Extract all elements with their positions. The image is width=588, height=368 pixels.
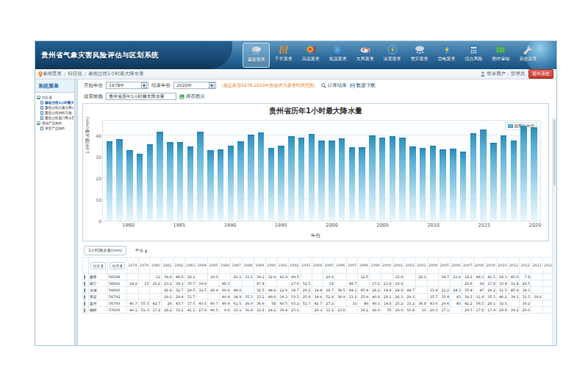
year-column-header[interactable]: 1986 [219, 258, 231, 274]
value-cell: 35.3 [243, 294, 254, 300]
tree-collapse-icon[interactable] [37, 96, 40, 99]
year-column-header[interactable]: 2001 [392, 258, 404, 274]
year-column-header[interactable]: 2006 [451, 258, 462, 274]
sidebar-item-3[interactable]: 暴雨过程日最大降水量 [37, 105, 74, 110]
year-column-header[interactable]: 1982 [173, 258, 184, 274]
value-cell: 35.5 [485, 294, 497, 300]
year-column-header[interactable]: 1985 [208, 258, 220, 274]
year-column-header[interactable]: 2000 [381, 258, 392, 274]
rain-icon [250, 45, 262, 56]
end-year-select[interactable]: 2020年 ▼ [173, 82, 216, 89]
wind-icon [359, 44, 371, 55]
calc-result-button[interactable]: 计算结果 [321, 82, 347, 89]
year-column-header[interactable]: 1980 [150, 258, 162, 274]
year-column-header[interactable]: 1990 [265, 258, 277, 274]
sidebar-item-4[interactable]: 暴雨过程持续天数 [37, 110, 74, 116]
year-column-header[interactable]: 1983 [184, 258, 196, 274]
variable-filter-select[interactable]: 1小时降水量(mm) [84, 246, 126, 255]
sidebar-item-1[interactable]: 特征值 [37, 95, 74, 100]
row-expander-icon[interactable] [84, 281, 85, 286]
nav-item-1[interactable]: 暴雨普查 [243, 43, 270, 68]
nav-item-9[interactable]: 综合风险 [460, 43, 487, 68]
value-cell: 31.4 [508, 280, 520, 287]
row-expander-icon[interactable] [84, 275, 85, 280]
year-column-header[interactable]: 1991 [277, 258, 289, 274]
station-id-cell: 56691 [108, 280, 127, 287]
sidebar-item-label: 暴雨过程累计降水量 [45, 116, 74, 120]
year-column-header[interactable]: 2012 [520, 258, 531, 274]
year-column-header[interactable]: 2004 [427, 258, 439, 274]
year-column-header[interactable]: 2007 [462, 258, 473, 274]
nav-item-10[interactable]: 图件审核 [487, 43, 514, 68]
year-column-header[interactable]: 2013 [531, 258, 543, 274]
scrollbar-thumb[interactable] [553, 119, 556, 185]
year-column-header[interactable]: 1979 [138, 258, 150, 274]
row-expander-icon[interactable] [84, 288, 85, 293]
year-column-header[interactable]: 1993 [300, 258, 312, 274]
year-column-header[interactable]: 1995 [323, 258, 335, 274]
breadcrumb-item[interactable]: 特征值 [68, 71, 82, 77]
breadcrumb-item[interactable]: 暴雨普查 [43, 71, 62, 77]
year-column-header[interactable]: 1981 [162, 258, 173, 274]
value-cell: 44.6 [265, 287, 277, 294]
year-column-header[interactable]: 1987 [231, 258, 243, 274]
nav-item-2[interactable]: 干旱普查 [270, 43, 297, 68]
year-column-header[interactable]: 1997 [346, 258, 358, 274]
value-cell: 28.2 [162, 307, 173, 314]
chart-title-input[interactable]: 贵州省历年1小时最大降水量 [106, 93, 176, 100]
data-download-button[interactable]: 数据下载 [350, 82, 376, 89]
year-column-header[interactable]: 1992 [289, 258, 301, 274]
year-column-header[interactable]: 2005 [439, 258, 451, 274]
year-column-header[interactable]: 2011 [508, 258, 520, 274]
nav-item-5[interactable]: 大风普查 [351, 43, 379, 68]
year-column-header[interactable]: 1978 [127, 258, 139, 274]
row-expander-icon[interactable] [84, 301, 85, 306]
row-expander-icon[interactable] [84, 294, 85, 300]
start-year-select[interactable]: 1978年 ▼ [106, 82, 148, 89]
year-sort-control[interactable]: 年份 ▲▼ [135, 248, 147, 253]
save-image-button[interactable]: 保存图片 [179, 93, 205, 100]
nav-item-7[interactable]: 雪灾普查 [406, 43, 433, 68]
year-column-header[interactable]: 1996 [334, 258, 346, 274]
value-cell: 45 [451, 300, 462, 307]
tree-collapse-icon[interactable] [37, 121, 40, 125]
year-column-header[interactable]: 1984 [196, 258, 208, 274]
value-cell: 41.8 [162, 287, 173, 294]
year-column-header[interactable]: 2008 [473, 258, 485, 274]
sidebar-item-6[interactable]: 基础产品制作 [37, 121, 74, 126]
year-column-header[interactable]: 1988 [243, 258, 254, 274]
station-name-sort[interactable]: 站名▲▼ [90, 262, 106, 269]
vertical-scrollbar[interactable] [552, 118, 556, 345]
year-column-header[interactable]: 2003 [415, 258, 427, 274]
row-expander-icon[interactable] [84, 308, 85, 313]
document-icon [40, 106, 43, 110]
nav-item-8[interactable]: 雷电普查 [433, 43, 460, 68]
sidebar-item-7[interactable]: 普查产品制作 [37, 126, 74, 131]
year-column-header[interactable]: 1999 [370, 258, 381, 274]
year-column-header[interactable]: 2009 [485, 258, 497, 274]
year-column-header[interactable]: 2010 [497, 258, 509, 274]
nav-item-6[interactable]: 冰雹普查 [379, 43, 406, 68]
bar-1991 [237, 141, 244, 221]
nav-item-11[interactable]: 系统设置 [514, 43, 542, 68]
nav-item-4[interactable]: 低温普查 [324, 43, 351, 68]
bar-2016 [490, 143, 497, 221]
breadcrumb-item[interactable]: 暴雨过程1小时最大降水量 [88, 71, 144, 77]
value-cell: 60.6 [219, 287, 231, 294]
year-column-header[interactable]: 1994 [312, 258, 323, 274]
logout-button[interactable]: 退出系统 [528, 69, 553, 79]
value-cell: 39.6 [196, 280, 208, 287]
value-cell: 46.2 [497, 294, 509, 300]
sort-arrows-icon: ▲▼ [101, 263, 103, 268]
station-id-sort-label: 站号 [112, 263, 120, 268]
sidebar-item-5[interactable]: 暴雨过程累计降水量 [37, 116, 74, 121]
value-cell: 17.8 [485, 280, 497, 287]
year-column-header[interactable]: 1998 [358, 258, 370, 274]
sidebar-item-2[interactable]: 暴雨过程1小时最大降水量 [37, 100, 74, 105]
value-cell [415, 294, 427, 300]
station-id-sort[interactable]: 站号▲▼ [110, 262, 125, 269]
nav-item-3[interactable]: 高温普查 [297, 43, 324, 68]
year-column-header[interactable]: 1989 [254, 258, 265, 274]
year-column-header[interactable]: 2002 [404, 258, 416, 274]
value-cell: 30 [415, 307, 427, 314]
